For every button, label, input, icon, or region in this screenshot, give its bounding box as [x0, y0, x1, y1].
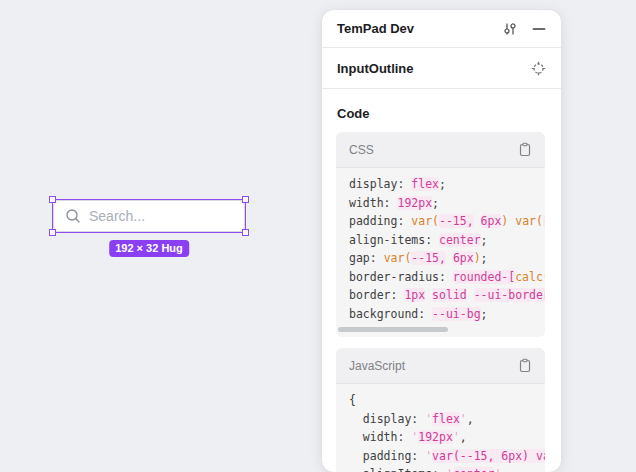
search-icon [65, 208, 81, 224]
css-block-header: CSS [336, 132, 545, 168]
javascript-block-header: JavaScript [336, 348, 545, 384]
plugin-title: TemPad Dev [337, 21, 502, 36]
code-line: padding: 'var(--15, 6px) var(--15, 6px)'… [349, 447, 545, 466]
horizontal-scrollbar[interactable] [336, 323, 545, 337]
code-line: gap: var(--15, 6px); [349, 249, 545, 268]
code-line: width: '192px', [349, 428, 545, 447]
sliders-icon[interactable] [502, 21, 518, 37]
plugin-header: TemPad Dev [322, 10, 561, 48]
code-line: background: --ui-bg; [349, 305, 545, 324]
code-line: border: 1px solid --ui-border-color; [349, 286, 545, 305]
code-line: padding: var(--15, 6px) var(--15, 6px); [349, 212, 545, 231]
css-code-body[interactable]: display: flex;width: 192px;padding: var(… [336, 168, 545, 337]
code-line: border-radius: rounded-[calc(var(--15, 6… [349, 268, 545, 287]
tempad-dev-plugin-panel: TemPad Dev InputOutline [322, 10, 561, 472]
code-line: display: flex; [349, 175, 545, 194]
code-line: { [349, 391, 545, 410]
dimension-badge: 192 × 32 Hug [109, 240, 189, 257]
figma-canvas-with-plugin: { "canvas": { "search_placeholder": "Sea… [0, 0, 636, 472]
copy-clipboard-icon[interactable] [518, 142, 532, 157]
horizontal-scrollbar-thumb[interactable] [338, 327, 448, 332]
css-code-block: CSS display: flex;width: 192px;padding: … [336, 132, 545, 337]
selected-component-row: InputOutline [322, 48, 561, 89]
code-section-title: Code [337, 106, 546, 121]
copy-clipboard-icon[interactable] [518, 358, 532, 373]
code-line: width: 192px; [349, 194, 545, 213]
css-block-label: CSS [349, 143, 374, 157]
javascript-block-label: JavaScript [349, 359, 405, 373]
javascript-code-block: JavaScript { display: 'flex', width: '19… [336, 348, 545, 472]
search-input-component[interactable]: Search... [53, 200, 245, 232]
javascript-code-body[interactable]: { display: 'flex', width: '192px', paddi… [336, 384, 545, 472]
crosshair-locate-icon[interactable] [531, 61, 546, 76]
component-name-label: InputOutline [337, 61, 531, 76]
search-placeholder-text: Search... [89, 208, 145, 224]
code-line: align-items: center; [349, 231, 545, 250]
code-line: display: 'flex', [349, 410, 545, 429]
minimize-minus-icon[interactable] [532, 22, 546, 36]
code-line: alignItems: 'center', [349, 465, 545, 472]
